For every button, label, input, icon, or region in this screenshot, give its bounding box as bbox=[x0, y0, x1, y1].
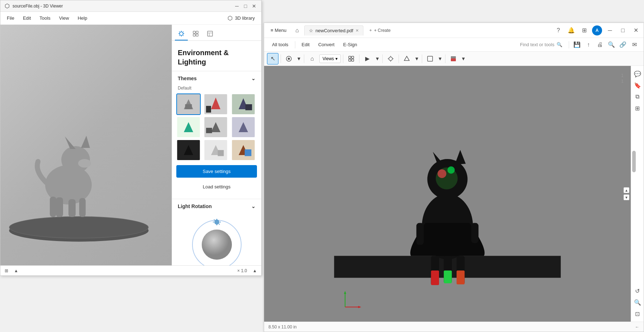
3d-sep-8 bbox=[445, 54, 445, 63]
pdf-copy-button[interactable]: ⧉ bbox=[633, 92, 643, 102]
menu-file[interactable]: File bbox=[3, 14, 18, 22]
themes-header[interactable]: Themes ⌄ bbox=[172, 71, 261, 86]
menu-tools[interactable]: Tools bbox=[36, 14, 54, 22]
3d-viewport[interactable] bbox=[0, 25, 172, 265]
pdf-mail-button[interactable]: ✉ bbox=[629, 40, 639, 50]
cursor-tool-button[interactable]: ↖ bbox=[267, 53, 278, 64]
theme-item-6[interactable] bbox=[231, 116, 256, 138]
home-view-button[interactable]: ⌂ bbox=[306, 53, 318, 64]
svg-line-18 bbox=[179, 32, 180, 32]
pdf-save-button[interactable]: 💾 bbox=[572, 40, 582, 50]
svg-rect-22 bbox=[193, 31, 195, 33]
model-options-arrow[interactable]: ▾ bbox=[296, 53, 302, 64]
pdf-tab-star: ☆ bbox=[309, 28, 313, 33]
display-arrow[interactable]: ▾ bbox=[437, 53, 443, 64]
pdf-comment-button[interactable]: 💬 bbox=[633, 69, 643, 79]
menu-view[interactable]: View bbox=[56, 14, 73, 22]
theme-item-9[interactable] bbox=[231, 139, 256, 161]
edit-button[interactable]: Edit bbox=[298, 40, 313, 49]
save-settings-button[interactable]: Save settings bbox=[176, 165, 257, 178]
search-label: Find text or tools bbox=[520, 42, 554, 47]
menu-bar: File Edit Tools View Help ⬡ 3D library bbox=[0, 12, 261, 25]
lighting-tab[interactable] bbox=[175, 28, 188, 40]
play-button[interactable]: ▶ bbox=[362, 53, 373, 64]
pdf-maximize-button[interactable]: □ bbox=[618, 25, 628, 35]
pdf-share-button[interactable]: ↑ bbox=[583, 40, 593, 50]
all-tools-button[interactable]: All tools bbox=[268, 40, 292, 49]
theme-item-8[interactable] bbox=[204, 139, 228, 161]
theme-item-1[interactable] bbox=[176, 93, 201, 115]
env-lighting-panel: Environment & Lighting Themes ⌄ Default bbox=[172, 25, 261, 265]
views-dropdown[interactable]: Views ▾ bbox=[319, 54, 341, 63]
pdf-new-tab-button[interactable]: ＋ + Create bbox=[365, 25, 394, 35]
pdf-tab-close[interactable]: ✕ bbox=[356, 28, 359, 33]
theme-item-7[interactable] bbox=[176, 139, 201, 161]
maximize-button[interactable]: □ bbox=[243, 3, 248, 9]
svg-rect-77 bbox=[451, 56, 456, 58]
3d-objects-button[interactable] bbox=[345, 53, 357, 64]
3d-sep-3 bbox=[343, 54, 343, 63]
theme-item-4[interactable] bbox=[176, 116, 201, 138]
pdf-apps-button[interactable]: ⊞ bbox=[579, 25, 589, 35]
pdf-scrollbar[interactable] bbox=[631, 117, 644, 284]
load-settings-button[interactable]: Load settings bbox=[176, 181, 257, 193]
pdf-layers-button[interactable]: ⊞ bbox=[633, 103, 643, 113]
svg-point-55 bbox=[202, 230, 232, 260]
page-down-button[interactable]: ▼ bbox=[624, 194, 629, 200]
svg-point-85 bbox=[438, 169, 446, 178]
part-options-button[interactable] bbox=[401, 53, 412, 64]
toolbar-sep-1 bbox=[295, 41, 295, 48]
theme-item-2[interactable] bbox=[204, 93, 228, 115]
pdf-rotate-button[interactable]: ↺ bbox=[633, 286, 643, 296]
color-button[interactable] bbox=[448, 53, 459, 64]
page-scroll-buttons: ▲ ▼ bbox=[624, 187, 629, 200]
svg-marker-5 bbox=[65, 136, 76, 149]
menu-edit[interactable]: Edit bbox=[19, 14, 34, 22]
pdf-user-avatar[interactable]: A bbox=[592, 25, 602, 35]
pdf-zoom-out-button[interactable]: 🔍 bbox=[633, 297, 643, 307]
pdf-home-button[interactable]: ⌂ bbox=[291, 25, 303, 36]
pdf-link-button[interactable]: 🔗 bbox=[618, 40, 628, 50]
esign-button[interactable]: E-Sign bbox=[339, 40, 361, 49]
menu-help[interactable]: Help bbox=[74, 14, 91, 22]
3d-library-button[interactable]: ⬡ 3D library bbox=[224, 13, 258, 23]
svg-point-64 bbox=[288, 58, 290, 60]
scene-tab[interactable] bbox=[189, 28, 202, 40]
pdf-main-view[interactable]: 1 1 ▲ ▼ bbox=[264, 66, 631, 322]
search-area[interactable]: Find text or tools 🔍 bbox=[516, 40, 566, 49]
status-icon: ⊞ bbox=[5, 268, 8, 273]
pdf-thumbnail-button[interactable]: ⊡ bbox=[633, 309, 643, 319]
convert-button[interactable]: Convert bbox=[315, 40, 338, 49]
svg-rect-94 bbox=[416, 223, 424, 245]
color-arrow[interactable]: ▾ bbox=[461, 53, 466, 64]
pdf-page-number: 1 1 bbox=[621, 73, 624, 84]
objects-tab[interactable] bbox=[204, 28, 216, 40]
views-chevron: ▾ bbox=[335, 56, 338, 61]
light-rotation-header[interactable]: Light Rotation ⌄ bbox=[172, 199, 261, 213]
pdf-dimensions: 8.50 x 11.00 in bbox=[268, 324, 297, 329]
svg-rect-67 bbox=[349, 59, 351, 61]
pdf-close-button[interactable]: ✕ bbox=[631, 25, 641, 35]
pdf-help-button[interactable]: ? bbox=[553, 25, 563, 35]
lighting-button[interactable] bbox=[385, 53, 396, 64]
panel-section-header: Environment & Lighting bbox=[172, 41, 261, 71]
pdf-minimize-button[interactable]: ─ bbox=[605, 25, 615, 35]
play-arrow[interactable]: ▾ bbox=[375, 53, 380, 64]
model-options-button[interactable] bbox=[283, 53, 295, 64]
pdf-print-button[interactable]: 🖨 bbox=[595, 40, 605, 50]
scroll-thumb[interactable] bbox=[632, 151, 636, 172]
svg-line-61 bbox=[214, 220, 215, 220]
theme-item-5[interactable] bbox=[204, 116, 228, 138]
part-arrow[interactable]: ▾ bbox=[414, 53, 420, 64]
pdf-menu-button[interactable]: ≡ Menu bbox=[267, 25, 290, 35]
close-button[interactable]: ✕ bbox=[251, 3, 257, 9]
theme-item-3[interactable] bbox=[231, 93, 256, 115]
display-mode-button[interactable] bbox=[424, 53, 436, 64]
page-up-button[interactable]: ▲ bbox=[624, 187, 629, 193]
pdf-notification-button[interactable]: 🔔 bbox=[566, 25, 576, 35]
light-dial[interactable] bbox=[190, 218, 244, 265]
pdf-bookmark-button[interactable]: 🔖 bbox=[633, 80, 643, 90]
pdf-tab[interactable]: ☆ newConverted.pdf ✕ bbox=[304, 25, 363, 35]
pdf-zoom-icon-button[interactable]: 🔍 bbox=[606, 40, 616, 50]
minimize-button[interactable]: ─ bbox=[234, 3, 240, 9]
